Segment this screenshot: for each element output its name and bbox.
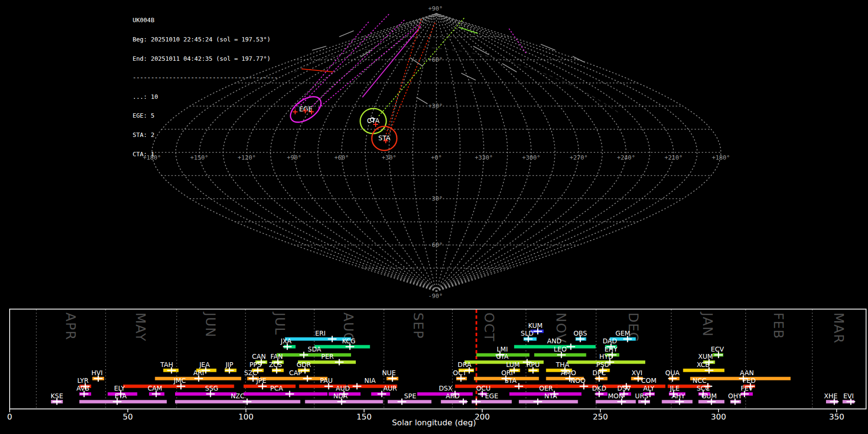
peak-marker: [389, 376, 396, 381]
shower-label: HVI: [92, 369, 103, 377]
peak-marker: [731, 399, 739, 405]
shower-dkd: DKD: [592, 384, 608, 397]
shower-label: GUM: [701, 392, 717, 400]
shower-label: NTA: [544, 392, 557, 400]
shower-bar: [388, 400, 432, 404]
lon-label: +270°: [570, 154, 588, 161]
peak-marker: [596, 376, 603, 381]
peak-marker: [715, 353, 722, 358]
x-tick-label: 350: [829, 412, 844, 421]
shower-label: NCC: [692, 377, 706, 384]
shower-bar: [175, 393, 236, 396]
sporadic-meteor-track: [339, 31, 353, 37]
shower-label: JLE: [669, 384, 679, 392]
shower-label: ERI: [315, 329, 326, 337]
sporadic-meteor-track: [573, 56, 584, 62]
month-label: JAN: [700, 312, 715, 337]
month-label: APR: [63, 312, 78, 340]
lon-label: +240°: [617, 154, 636, 161]
peak-marker: [676, 399, 683, 405]
lon-label: +300°: [522, 154, 541, 161]
shower-label: AAN: [740, 369, 754, 377]
peak-marker: [152, 392, 160, 397]
x-tick-label: 0: [7, 412, 13, 421]
peak-marker: [301, 368, 309, 373]
peak-marker: [398, 399, 406, 405]
peak-marker: [95, 376, 102, 381]
shower-label: OHY: [728, 392, 743, 400]
lon-label: +90°: [287, 154, 301, 161]
shower-label: SDA: [308, 345, 322, 353]
count-cta: CTA: 1: [133, 151, 278, 157]
shower-avb: AVB: [76, 384, 91, 397]
shower-label: PPS: [249, 361, 261, 368]
shower-label: AVB: [76, 384, 89, 392]
shower-label: NDA: [333, 392, 348, 400]
x-tick-label: 150: [356, 412, 372, 421]
shower-label: COM: [641, 377, 657, 384]
shower-cap: CAP: [260, 369, 327, 381]
shower-label: ETA: [115, 392, 127, 400]
month-label: JUN: [203, 312, 218, 338]
shower-label: OBS: [573, 329, 587, 337]
peak-marker: [567, 344, 575, 350]
radiant-map-app: +180°+150°+120°+90°+60°+30°+0°+330°+300°…: [0, 0, 868, 434]
shower-label: KSE: [51, 392, 63, 400]
x-axis-title: Solar longitude (deg): [392, 418, 476, 427]
shower-label: ALY: [643, 384, 655, 392]
peak-marker: [457, 376, 465, 381]
peak-marker: [258, 384, 266, 389]
shower-xhe: XHE: [824, 392, 838, 405]
shower-qua: QUA: [665, 369, 680, 381]
shower-label: JPE: [256, 377, 267, 384]
shower-label: JXA: [280, 337, 292, 345]
shower-label: EVI: [843, 392, 854, 400]
shower-hvi: HVI: [92, 369, 104, 381]
peak-marker: [207, 392, 215, 397]
shower-rpu: RPU: [527, 361, 540, 373]
shower-nue: NUE: [382, 369, 398, 381]
radiant-ellipse-sta: STA: [372, 126, 397, 150]
shower-label: GEM: [615, 329, 630, 337]
shower-zcs: ZCS: [269, 361, 284, 373]
lon-label: +180°: [712, 154, 730, 161]
shower-label: THA: [556, 361, 570, 368]
shower-jip: JIP: [225, 361, 237, 373]
shower-label: DAD: [603, 337, 617, 345]
observation-info-panel: UK004B Beg: 20251010 22:45:24 (sol = 197…: [133, 4, 278, 170]
peak-marker: [534, 399, 542, 405]
shower-bar: [175, 400, 300, 404]
peak-marker: [303, 376, 311, 381]
peak-marker: [515, 384, 523, 389]
shower-kse: KSE: [51, 392, 63, 405]
sporadic-meteor-track: [410, 58, 422, 66]
lon-label: +330°: [475, 154, 493, 161]
shower-label: EGE: [485, 392, 499, 400]
peak-marker: [378, 392, 386, 397]
shower-label: ARD: [446, 392, 460, 400]
shower-bar: [260, 377, 327, 380]
shower-label: ARI: [193, 369, 204, 377]
shower-label: ZCS: [269, 361, 282, 368]
shower-label: KCG: [342, 337, 355, 345]
shower-obs: OBS: [573, 329, 587, 342]
shower-label: NIA: [365, 377, 376, 384]
peak-marker: [557, 353, 565, 358]
shower-label: AUR: [383, 384, 397, 392]
shower-label: PER: [321, 353, 334, 360]
peak-marker: [707, 399, 715, 405]
lat-label: -30°: [428, 195, 443, 202]
peak-marker: [534, 329, 542, 334]
shower-label: QUA: [665, 369, 680, 377]
peak-marker: [53, 399, 61, 405]
shower-label: DSX: [439, 384, 452, 392]
peak-marker: [525, 337, 532, 342]
meteor-trail: [379, 18, 464, 116]
shower-label: CAM: [148, 384, 162, 392]
shower-bar: [519, 400, 578, 404]
peak-marker: [325, 384, 333, 389]
shower-ohy: OHY: [728, 392, 743, 405]
month-label: JUL: [272, 312, 287, 335]
shower-cam: CAM: [148, 384, 164, 397]
end-time: End: 20251011 04:42:35 (sol = 197.77°): [133, 55, 278, 62]
